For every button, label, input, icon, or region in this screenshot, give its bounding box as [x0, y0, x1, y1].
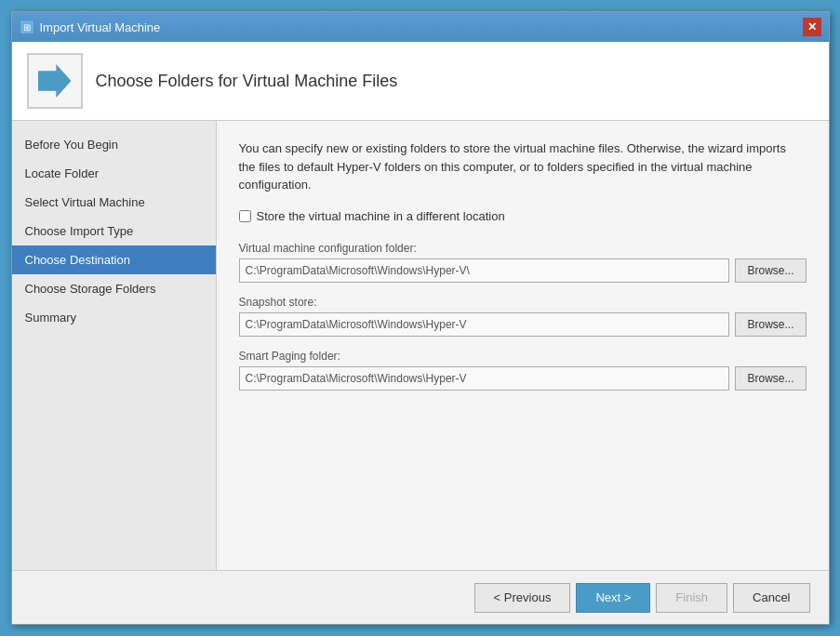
- dialog-window: ⊞ Import Virtual Machine ✕ Choose Folder…: [11, 11, 830, 625]
- body-section: Before You Begin Locate Folder Select Vi…: [12, 121, 829, 570]
- sidebar-item-before-you-begin[interactable]: Before You Begin: [12, 130, 216, 159]
- smart-paging-row: Browse...: [239, 366, 807, 391]
- close-button[interactable]: ✕: [803, 18, 821, 36]
- sidebar-item-choose-storage[interactable]: Choose Storage Folders: [12, 274, 216, 303]
- snapshot-store-browse[interactable]: Browse...: [735, 312, 806, 337]
- next-button[interactable]: Next >: [576, 583, 650, 613]
- finish-button[interactable]: Finish: [656, 583, 727, 613]
- vm-config-folder-group: Virtual machine configuration folder: Br…: [239, 242, 807, 283]
- smart-paging-input[interactable]: [239, 366, 730, 391]
- sidebar-item-summary[interactable]: Summary: [12, 303, 216, 332]
- snapshot-store-label: Snapshot store:: [239, 296, 807, 309]
- title-bar: ⊞ Import Virtual Machine ✕: [12, 12, 829, 42]
- snapshot-store-group: Snapshot store: Browse...: [239, 296, 807, 337]
- header-arrow-icon: [38, 64, 72, 98]
- page-title: Choose Folders for Virtual Machine Files: [96, 72, 398, 91]
- snapshot-store-row: Browse...: [239, 312, 807, 337]
- sidebar-item-choose-import-type[interactable]: Choose Import Type: [12, 217, 216, 245]
- sidebar-item-locate-folder[interactable]: Locate Folder: [12, 159, 216, 188]
- previous-button[interactable]: < Previous: [474, 583, 571, 613]
- vm-config-folder-browse[interactable]: Browse...: [735, 258, 806, 283]
- sidebar: Before You Begin Locate Folder Select Vi…: [12, 121, 217, 570]
- sidebar-item-choose-destination[interactable]: Choose Destination: [12, 245, 216, 274]
- snapshot-store-input[interactable]: [239, 312, 730, 337]
- vm-config-folder-row: Browse...: [239, 258, 807, 283]
- store-different-location-checkbox[interactable]: [239, 210, 251, 222]
- header-icon-box: [27, 53, 83, 109]
- vm-config-folder-label: Virtual machine configuration folder:: [239, 242, 807, 255]
- window-title: Import Virtual Machine: [40, 20, 161, 34]
- cancel-button[interactable]: Cancel: [733, 583, 809, 613]
- description-text: You can specify new or existing folders …: [239, 139, 807, 194]
- checkbox-label: Store the virtual machine in a different…: [257, 209, 505, 223]
- checkbox-row: Store the virtual machine in a different…: [239, 209, 807, 223]
- smart-paging-browse[interactable]: Browse...: [735, 366, 806, 391]
- main-content: You can specify new or existing folders …: [217, 121, 829, 570]
- smart-paging-label: Smart Paging folder:: [239, 350, 807, 363]
- vm-config-folder-input[interactable]: [239, 258, 730, 283]
- smart-paging-group: Smart Paging folder: Browse...: [239, 350, 807, 391]
- sidebar-item-select-vm[interactable]: Select Virtual Machine: [12, 188, 216, 217]
- footer: < Previous Next > Finish Cancel: [12, 570, 829, 624]
- title-bar-left: ⊞ Import Virtual Machine: [20, 20, 161, 34]
- header-section: Choose Folders for Virtual Machine Files: [12, 42, 829, 121]
- window-icon: ⊞: [20, 20, 34, 34]
